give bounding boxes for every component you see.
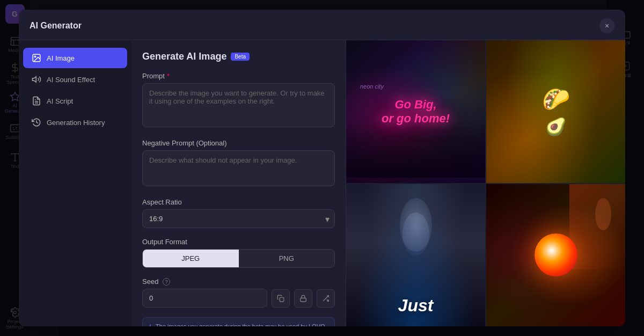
aspect-ratio-section: Aspect Ratio 1:1 4:3 16:9 9:16 3:4 ▾: [142, 198, 335, 228]
app-background: G Media TextSpeech AIGenera...: [0, 0, 644, 336]
random-seed-button[interactable]: [317, 289, 335, 308]
image-scifi: neon city Go Big,or go home!: [346, 40, 485, 183]
negative-prompt-label: Negative Prompt (Optional): [142, 139, 335, 147]
random-icon: [322, 295, 330, 302]
nav-label-ai-script: AI Script: [47, 97, 73, 105]
aspect-ratio-wrapper: 1:1 4:3 16:9 9:16 3:4 ▾: [142, 209, 335, 228]
scifi-text: Go Big,or go home!: [382, 98, 450, 126]
svg-marker-10: [33, 77, 36, 83]
output-format-group: JPEG PNG: [142, 249, 335, 268]
aspect-ratio-label: Aspect Ratio: [142, 198, 335, 206]
modal-nav: AI Image AI Sound Effect: [19, 40, 131, 326]
copy-seed-button[interactable]: [272, 289, 290, 308]
seed-info-icon: ?: [163, 278, 170, 286]
script-icon: [32, 96, 41, 106]
modal-header: AI Generator ×: [19, 10, 625, 40]
image-tacos: 🌮 🥑: [486, 40, 625, 183]
lime-emoji: 🥑: [545, 116, 567, 137]
modal-body: AI Image AI Sound Effect: [19, 40, 625, 326]
prompt-label: Prompt *: [142, 72, 335, 80]
nav-item-ai-sound-effect[interactable]: AI Sound Effect: [23, 69, 127, 90]
modal-title: AI Generator: [30, 21, 82, 31]
svg-point-9: [34, 56, 35, 57]
nav-label-ai-sound-effect: AI Sound Effect: [47, 76, 95, 84]
modal-form: Generate AI Image Beta Prompt *: [131, 40, 346, 326]
seed-label: Seed ?: [142, 277, 335, 286]
negative-prompt-section: Negative Prompt (Optional): [142, 139, 335, 188]
info-box: ℹ The images you generate during the bet…: [142, 317, 335, 326]
aspect-ratio-select[interactable]: 1:1 4:3 16:9 9:16 3:4: [142, 209, 335, 228]
athlete-text: Just: [398, 296, 434, 316]
sound-icon: [32, 75, 41, 84]
ai-generator-modal: AI Generator × AI Image: [19, 10, 625, 326]
form-title: Generate AI Image Beta: [142, 51, 335, 62]
image-icon: [32, 53, 41, 63]
svg-rect-13: [280, 297, 284, 302]
nav-label-ai-image: AI Image: [47, 54, 75, 62]
history-icon: [32, 118, 41, 127]
tacos-emoji: 🌮: [542, 86, 570, 112]
image-athlete: Just: [346, 184, 485, 327]
lock-seed-button[interactable]: [294, 289, 312, 308]
nav-item-generation-history[interactable]: Generation History: [23, 112, 127, 133]
modal-images-grid: neon city Go Big,or go home! 🌮 🥑: [346, 40, 625, 326]
required-star: *: [167, 72, 170, 80]
info-icon: ℹ: [149, 324, 151, 326]
seed-section: Seed ?: [142, 277, 335, 308]
lock-icon: [299, 295, 307, 302]
prompt-textarea[interactable]: [142, 83, 335, 127]
info-text: The images you generate during the beta …: [156, 323, 328, 326]
portrait-orb: [535, 233, 577, 276]
beta-badge: Beta: [231, 53, 250, 61]
nav-item-ai-script[interactable]: AI Script: [23, 91, 127, 111]
image-portrait: [486, 184, 625, 327]
output-format-section: Output Format JPEG PNG: [142, 238, 335, 268]
seed-row: [142, 289, 335, 308]
nav-label-generation-history: Generation History: [47, 119, 105, 127]
prompt-section: Prompt *: [142, 72, 335, 129]
svg-rect-14: [301, 298, 306, 301]
format-png-button[interactable]: PNG: [239, 250, 335, 267]
seed-input[interactable]: [142, 289, 267, 308]
copy-icon: [277, 295, 284, 302]
output-format-label: Output Format: [142, 238, 335, 246]
modal-close-button[interactable]: ×: [599, 18, 614, 33]
negative-prompt-textarea[interactable]: [142, 150, 335, 186]
format-jpeg-button[interactable]: JPEG: [143, 250, 239, 267]
modal-backdrop: AI Generator × AI Image: [0, 0, 644, 336]
nav-item-ai-image[interactable]: AI Image: [23, 48, 127, 68]
